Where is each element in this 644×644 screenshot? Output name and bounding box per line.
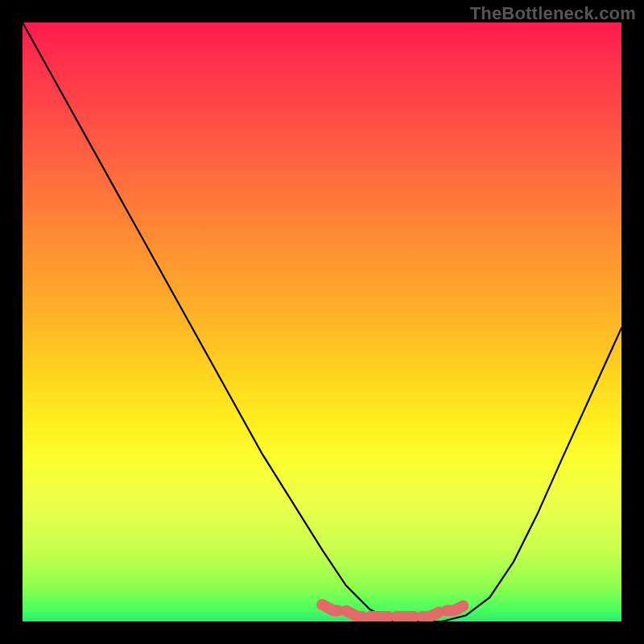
chart-frame: TheBottleneck.com [0,0,644,644]
marker-path [322,605,466,617]
curve-path [23,23,621,621]
chart-plot-area [23,23,621,621]
watermark-text: TheBottleneck.com [470,3,636,24]
chart-svg [23,23,621,621]
